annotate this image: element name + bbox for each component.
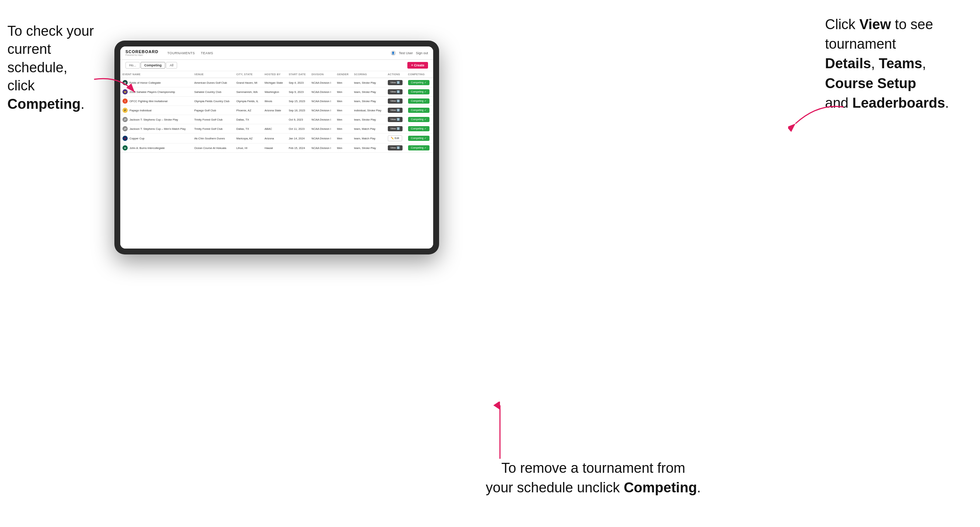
competing-button[interactable]: Competing ✓ [408,126,430,131]
hosted-by-cell: Arizona [262,133,286,143]
competing-cell[interactable]: Competing ✓ [406,87,433,97]
start-date-cell: Jan 14, 2024 [286,133,309,143]
table-row: JT Jackson T. Stephens Cup – Stroke Play… [120,115,433,124]
tablet-screen: SCOREBOARD Powered by clippi TOURNAMENTS… [120,46,433,249]
scoring-cell: team, Match Play [352,133,386,143]
division-cell: NCAA Division I [309,124,335,133]
city-state-cell: Lihue, HI [234,143,262,153]
annotation-top-right: Click View to see tournament Details, Te… [825,15,958,113]
actions-cell[interactable]: ✏️ Edit [386,133,406,143]
navbar: SCOREBOARD Powered by clippi TOURNAMENTS… [120,46,433,60]
actions-cell[interactable]: View ℹ️ [386,106,406,115]
scoreboard-sub: Powered by clippi [126,54,158,56]
competing-button[interactable]: Competing ✓ [408,136,430,141]
view-button[interactable]: View ℹ️ [388,89,402,94]
view-button[interactable]: View ℹ️ [388,145,402,151]
competing-button[interactable]: Competing ✓ [408,145,430,151]
competing-cell[interactable]: Competing ✓ [406,97,433,106]
scoring-cell: team, Stroke Play [352,78,386,87]
edit-button[interactable]: ✏️ Edit [388,135,402,141]
actions-cell[interactable]: View ℹ️ [386,143,406,153]
start-date-cell: Oct 9, 2023 [286,115,309,124]
scoring-cell: team, Stroke Play [352,143,386,153]
event-name-cell-5: JT Jackson T. Stephens Cup – Men's Match… [120,124,192,133]
create-button[interactable]: + Create [407,62,428,68]
actions-cell[interactable]: View ℹ️ [386,87,406,97]
competing-cell[interactable]: Competing ✓ [406,78,433,87]
division-cell: NCAA Division I [309,115,335,124]
col-division: DIVISION [309,71,335,78]
filter-bar: Ho... Competing All + Create [120,60,433,71]
hosted-by-cell: Michigan State [262,78,286,87]
table-header-row: EVENT NAME VENUE CITY, STATE HOSTED BY S… [120,71,433,78]
competing-cell[interactable]: Competing ✓ [406,124,433,133]
nav-tournaments[interactable]: TOURNAMENTS [167,51,195,55]
gender-cell: Men [335,133,352,143]
team-logo: JT [123,117,128,122]
competing-cell[interactable]: Competing ✓ [406,133,433,143]
table-container[interactable]: EVENT NAME VENUE CITY, STATE HOSTED BY S… [120,71,433,249]
competing-button[interactable]: Competing ✓ [408,98,430,104]
gender-cell: Men [335,87,352,97]
competing-button[interactable]: Competing ✓ [408,117,430,122]
city-state-cell: Grand Haven, MI [234,78,262,87]
gender-cell: Men [335,124,352,133]
city-state-cell: Olympia Fields, IL [234,97,262,106]
scoreboard-title: SCOREBOARD [126,50,158,54]
city-state-cell: Phoenix, AZ [234,106,262,115]
event-name: Copper Cup [129,137,144,140]
event-name: Papago Individual [129,109,152,112]
start-date-cell: Oct 11, 2023 [286,124,309,133]
competing-button[interactable]: Competing ✓ [408,108,430,113]
nav-teams[interactable]: TEAMS [201,51,213,55]
scoring-cell: individual, Stroke Play [352,106,386,115]
view-button[interactable]: View ℹ️ [388,80,402,85]
gender-cell: Men [335,115,352,124]
table-row: W 2023 Sahalee Players Championship Saha… [120,87,433,97]
col-competing: COMPETING [406,71,433,78]
start-date-cell: Feb 15, 2024 [286,143,309,153]
scoring-cell: team, Match Play [352,124,386,133]
view-button[interactable]: View ℹ️ [388,126,402,131]
start-date-cell: Sep 4, 2023 [286,78,309,87]
tablet: SCOREBOARD Powered by clippi TOURNAMENTS… [115,41,439,254]
division-cell: NCAA Division I [309,87,335,97]
table-row: A Copper Cup Ak-Chin Southern DunesMaric… [120,133,433,143]
filter-tabs: Ho... Competing All [126,62,177,68]
scoring-cell: team, Stroke Play [352,97,386,106]
actions-cell[interactable]: View ℹ️ [386,124,406,133]
actions-cell[interactable]: View ℹ️ [386,115,406,124]
sign-out-link[interactable]: Sign out [416,51,428,55]
competing-cell[interactable]: Competing ✓ [406,115,433,124]
scoring-cell: team, Stroke Play [352,115,386,124]
tab-competing[interactable]: Competing [141,62,165,68]
scoreboard-brand: SCOREBOARD Powered by clippi [126,50,158,56]
arrow-competing-bottom [489,402,511,460]
table-row: M Folds of Honor Collegiate American Dun… [120,78,433,87]
tab-all[interactable]: All [166,62,177,68]
arrow-view-right [788,100,847,137]
competing-cell[interactable]: Competing ✓ [406,106,433,115]
col-city-state: CITY, STATE [234,71,262,78]
table-row: I OFCC Fighting Illini Invitational Olym… [120,97,433,106]
view-button[interactable]: View ℹ️ [388,117,402,122]
venue-cell: Trinity Forest Golf Club [192,124,234,133]
view-button[interactable]: View ℹ️ [388,98,402,104]
actions-cell[interactable]: View ℹ️ [386,78,406,87]
arrow-competing-left [91,72,138,102]
city-state-cell: Dallas, TX [234,124,262,133]
view-button[interactable]: View ℹ️ [388,108,402,113]
city-state-cell: Maricopa, AZ [234,133,262,143]
city-state-cell: Dallas, TX [234,115,262,124]
competing-button[interactable]: Competing ✓ [408,80,430,85]
gender-cell: Men [335,78,352,87]
competing-button[interactable]: Competing ✓ [408,89,430,94]
competing-cell[interactable]: Competing ✓ [406,143,433,153]
hosted-by-cell: Washington [262,87,286,97]
division-cell: NCAA Division I [309,143,335,153]
actions-cell[interactable]: View ℹ️ [386,97,406,106]
tab-home[interactable]: Ho... [126,62,140,68]
hosted-by-cell [262,115,286,124]
team-logo: P [123,108,128,113]
col-scoring: SCORING [352,71,386,78]
